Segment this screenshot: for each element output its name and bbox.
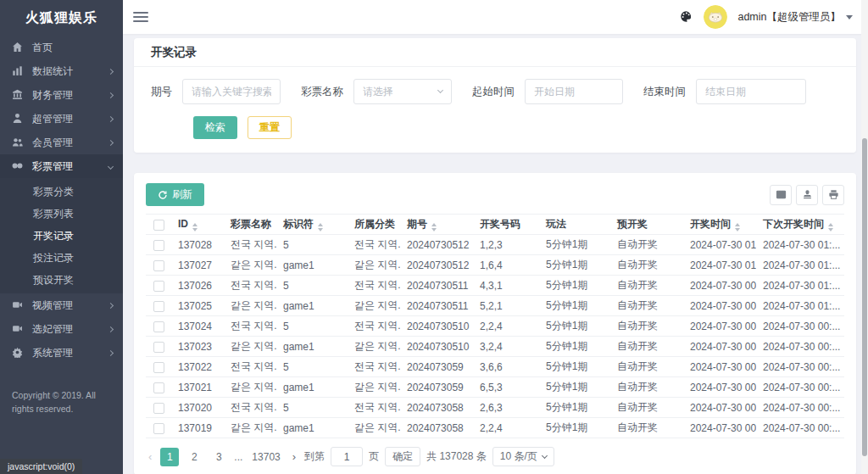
row-checkbox[interactable]	[153, 281, 164, 292]
sidebar-item-7[interactable]: 选妃管理	[0, 317, 123, 341]
topbar: admin【超级管理员】	[123, 0, 868, 34]
page-button-3[interactable]: 3	[209, 448, 228, 466]
sort-icon[interactable]	[735, 223, 740, 231]
sidebar-subitem-4[interactable]: 预设开奖	[0, 269, 123, 291]
sidebar-subitem-3[interactable]: 投注记录	[0, 247, 123, 269]
table-cell-name: 같은 지역...	[224, 418, 276, 438]
sort-icon[interactable]	[828, 223, 833, 231]
end-time-label: 结束时间	[643, 85, 686, 99]
sidebar-item-8[interactable]: 系统管理	[0, 341, 123, 365]
sidebar-item-1[interactable]: 数据统计	[0, 59, 123, 83]
user-avatar[interactable]	[704, 5, 727, 29]
next-page-button[interactable]: ›	[290, 450, 298, 463]
toggle-columns-button[interactable]	[770, 185, 792, 205]
chevron-right-icon	[108, 92, 114, 98]
column-header-8[interactable]: 开奖时间	[683, 215, 756, 235]
sidebar-subitem-2[interactable]: 开奖记录	[0, 225, 123, 247]
search-button[interactable]: 检索	[193, 116, 237, 139]
table-cell-name: 전국 지역...	[224, 357, 276, 377]
table-cell-numbers: 1,6,4	[473, 255, 539, 276]
table-cell-issue: 20240730512	[400, 235, 473, 255]
export-button[interactable]	[796, 185, 818, 205]
table-cell-id: 137024	[171, 316, 224, 337]
column-header-4[interactable]: 期号	[400, 215, 473, 235]
row-checkbox[interactable]	[153, 382, 164, 393]
hamburger-menu-icon[interactable]	[133, 9, 148, 25]
table-cell-code: 5	[276, 276, 348, 296]
page-size-select[interactable]: 10 条/页	[492, 447, 554, 466]
refresh-button[interactable]: 刷新	[146, 183, 204, 206]
page-button-2[interactable]: 2	[185, 448, 203, 466]
chevron-down-icon	[108, 163, 114, 169]
sidebar-item-5[interactable]: 彩票管理	[0, 154, 123, 178]
page-button-1[interactable]: 1	[160, 448, 179, 466]
goto-label: 到第	[304, 449, 325, 464]
column-header-9[interactable]: 下次开奖时间	[756, 215, 844, 235]
row-checkbox[interactable]	[153, 301, 164, 312]
table-cell-code: 5	[276, 235, 348, 255]
start-date-input[interactable]	[525, 79, 623, 104]
goto-page-input[interactable]	[331, 447, 363, 466]
row-checkbox[interactable]	[153, 362, 164, 373]
page-title: 开奖记录	[134, 38, 856, 67]
row-checkbox[interactable]	[153, 342, 164, 353]
table-cell-play: 5分钟1期	[539, 398, 610, 418]
table-cell-next_time: 2024-07-30 01:...	[756, 296, 844, 316]
table-cell-numbers: 6,5,3	[473, 377, 539, 398]
table-cell-issue: 2024073059	[400, 377, 473, 398]
table-cell-next_time: 2024-07-30 00:...	[756, 316, 844, 337]
print-button[interactable]	[822, 185, 844, 205]
table-cell-code: game1	[276, 296, 348, 316]
sidebar-item-3[interactable]: 超管管理	[0, 107, 123, 131]
page-button-13703[interactable]: 13703	[248, 448, 283, 466]
row-checkbox[interactable]	[153, 240, 164, 251]
row-checkbox[interactable]	[153, 321, 164, 332]
column-label: 期号	[407, 218, 427, 230]
home-icon	[12, 42, 24, 53]
row-checkbox[interactable]	[153, 403, 164, 414]
table-cell-name: 전국 지역...	[224, 235, 276, 255]
table-row: 137024전국 지역...5전국 지역...202407305102,2,45…	[146, 316, 844, 337]
select-all-checkbox[interactable]	[153, 220, 164, 231]
sort-icon[interactable]	[192, 223, 198, 231]
table-cell-play: 5分钟1期	[539, 235, 610, 255]
goto-confirm-button[interactable]: 确定	[385, 447, 420, 466]
table-cell-id: 137027	[171, 255, 224, 276]
sidebar-item-2[interactable]: 财务管理	[0, 83, 123, 107]
row-checkbox[interactable]	[153, 423, 164, 434]
reset-button[interactable]: 重置	[248, 116, 292, 139]
sort-icon[interactable]	[431, 223, 437, 231]
sort-icon[interactable]	[318, 223, 323, 231]
theme-palette-icon[interactable]	[680, 10, 693, 24]
table-cell-code: 5	[276, 357, 348, 377]
table-row: 137027같은 지역...game1같은 지역...202407305121,…	[146, 255, 844, 276]
table-cell-name: 전국 지역...	[224, 316, 276, 337]
scrollbar-thumb[interactable]	[862, 138, 867, 456]
sidebar-subitem-0[interactable]: 彩票分类	[0, 181, 123, 203]
table-cell-issue: 2024073059	[400, 357, 473, 377]
table-cell-category: 같은 지역...	[348, 296, 400, 316]
table-cell-next_time: 2024-07-30 00:...	[756, 337, 844, 357]
browser-status-text: javascript:void(0)	[0, 459, 82, 474]
table-cell-pre: 自动开奖	[610, 357, 683, 377]
app-logo[interactable]: 火狐狸娱乐	[0, 0, 123, 36]
column-label: 彩票名称	[231, 218, 271, 230]
prev-page-button[interactable]: ‹	[146, 450, 154, 463]
table-cell-issue: 2024073058	[400, 418, 473, 438]
table-cell-draw_time: 2024-07-30 00:...	[683, 398, 756, 418]
total-count-label: 共 137028 条	[426, 449, 487, 464]
sidebar-item-4[interactable]: 会员管理	[0, 131, 123, 154]
sidebar-item-0[interactable]: 首页	[0, 36, 123, 59]
issue-search-input[interactable]	[182, 79, 281, 104]
sidebar-subitem-1[interactable]: 彩票列表	[0, 203, 123, 225]
column-header-2[interactable]: 标识符	[276, 215, 348, 235]
scrollbar-track[interactable]	[861, 0, 868, 474]
end-date-input[interactable]	[696, 79, 806, 104]
sidebar-item-6[interactable]: 视频管理	[0, 293, 123, 317]
table-cell-category: 같은 지역...	[348, 255, 400, 276]
lottery-name-select[interactable]: 请选择	[353, 79, 452, 104]
user-menu[interactable]: admin【超级管理员】	[737, 10, 853, 25]
row-checkbox[interactable]	[153, 260, 164, 271]
chevron-down-icon	[437, 87, 443, 93]
column-header-0[interactable]: ID	[171, 215, 224, 235]
